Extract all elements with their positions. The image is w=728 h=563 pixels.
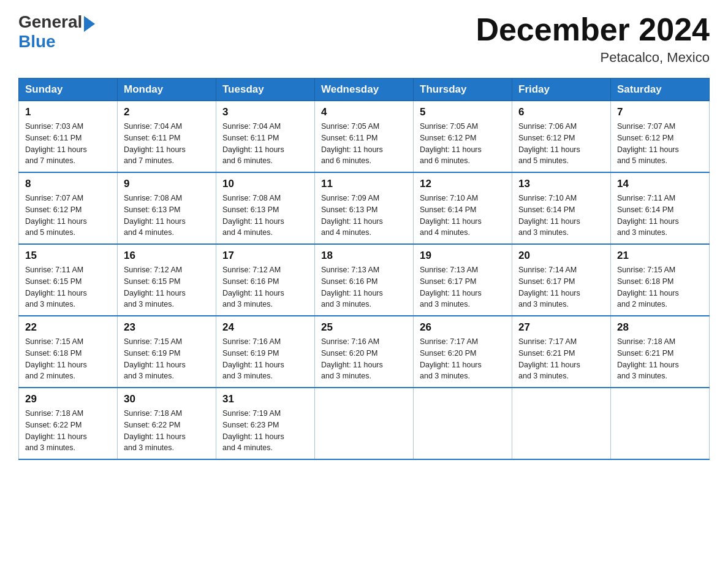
day-number: 23 xyxy=(124,321,210,334)
day-cell: 26 Sunrise: 7:17 AMSunset: 6:20 PMDaylig… xyxy=(414,316,512,388)
calendar-body: 1 Sunrise: 7:03 AMSunset: 6:11 PMDayligh… xyxy=(19,101,710,460)
day-cell: 7 Sunrise: 7:07 AMSunset: 6:12 PMDayligh… xyxy=(611,101,710,173)
week-row-1: 1 Sunrise: 7:03 AMSunset: 6:11 PMDayligh… xyxy=(19,101,710,173)
day-cell: 21 Sunrise: 7:15 AMSunset: 6:18 PMDaylig… xyxy=(611,244,710,316)
day-cell: 18 Sunrise: 7:13 AMSunset: 6:16 PMDaylig… xyxy=(315,244,414,316)
day-info: Sunrise: 7:18 AMSunset: 6:22 PMDaylight:… xyxy=(124,408,210,454)
day-number: 7 xyxy=(617,106,703,118)
day-number: 27 xyxy=(518,321,604,334)
day-info: Sunrise: 7:08 AMSunset: 6:13 PMDaylight:… xyxy=(222,193,308,239)
week-row-4: 22 Sunrise: 7:15 AMSunset: 6:18 PMDaylig… xyxy=(19,316,710,388)
day-cell: 31 Sunrise: 7:19 AMSunset: 6:23 PMDaylig… xyxy=(216,388,315,459)
day-number: 11 xyxy=(321,178,407,190)
day-cell: 22 Sunrise: 7:15 AMSunset: 6:18 PMDaylig… xyxy=(19,316,118,388)
day-info: Sunrise: 7:14 AMSunset: 6:17 PMDaylight:… xyxy=(518,264,604,310)
day-number: 21 xyxy=(617,250,703,262)
day-info: Sunrise: 7:05 AMSunset: 6:11 PMDaylight:… xyxy=(321,121,407,167)
day-number: 22 xyxy=(25,321,111,334)
day-number: 14 xyxy=(617,178,703,190)
day-info: Sunrise: 7:19 AMSunset: 6:23 PMDaylight:… xyxy=(222,408,308,454)
day-info: Sunrise: 7:07 AMSunset: 6:12 PMDaylight:… xyxy=(617,121,703,167)
week-row-3: 15 Sunrise: 7:11 AMSunset: 6:15 PMDaylig… xyxy=(19,244,710,316)
week-row-5: 29 Sunrise: 7:18 AMSunset: 6:22 PMDaylig… xyxy=(19,388,710,459)
day-number: 9 xyxy=(124,178,210,190)
day-info: Sunrise: 7:15 AMSunset: 6:19 PMDaylight:… xyxy=(124,336,210,382)
header-row: SundayMondayTuesdayWednesdayThursdayFrid… xyxy=(19,79,710,101)
day-number: 6 xyxy=(518,106,604,118)
day-info: Sunrise: 7:12 AMSunset: 6:16 PMDaylight:… xyxy=(222,264,308,310)
day-cell xyxy=(611,388,710,459)
day-cell: 15 Sunrise: 7:11 AMSunset: 6:15 PMDaylig… xyxy=(19,244,118,316)
day-number: 25 xyxy=(321,321,407,334)
header-cell-thursday: Thursday xyxy=(414,79,512,101)
day-number: 26 xyxy=(420,321,506,334)
day-number: 19 xyxy=(420,250,506,262)
day-cell xyxy=(414,388,512,459)
day-info: Sunrise: 7:12 AMSunset: 6:15 PMDaylight:… xyxy=(124,264,210,310)
day-number: 15 xyxy=(25,250,111,262)
day-info: Sunrise: 7:13 AMSunset: 6:17 PMDaylight:… xyxy=(420,264,506,310)
day-cell: 1 Sunrise: 7:03 AMSunset: 6:11 PMDayligh… xyxy=(19,101,118,173)
day-info: Sunrise: 7:11 AMSunset: 6:14 PMDaylight:… xyxy=(617,193,703,239)
day-info: Sunrise: 7:11 AMSunset: 6:15 PMDaylight:… xyxy=(25,264,111,310)
day-cell: 4 Sunrise: 7:05 AMSunset: 6:11 PMDayligh… xyxy=(315,101,414,173)
day-cell: 16 Sunrise: 7:12 AMSunset: 6:15 PMDaylig… xyxy=(118,244,216,316)
day-info: Sunrise: 7:05 AMSunset: 6:12 PMDaylight:… xyxy=(420,121,506,167)
day-cell xyxy=(315,388,414,459)
calendar-title: December 2024 xyxy=(476,12,710,47)
day-number: 31 xyxy=(222,393,308,405)
day-number: 28 xyxy=(617,321,703,334)
day-info: Sunrise: 7:04 AMSunset: 6:11 PMDaylight:… xyxy=(124,121,210,167)
day-info: Sunrise: 7:04 AMSunset: 6:11 PMDaylight:… xyxy=(222,121,308,167)
day-cell xyxy=(512,388,611,459)
logo-icon: General Blue xyxy=(18,12,95,52)
day-number: 3 xyxy=(222,106,308,118)
day-number: 16 xyxy=(124,250,210,262)
header-cell-friday: Friday xyxy=(512,79,611,101)
day-info: Sunrise: 7:13 AMSunset: 6:16 PMDaylight:… xyxy=(321,264,407,310)
day-cell: 27 Sunrise: 7:17 AMSunset: 6:21 PMDaylig… xyxy=(512,316,611,388)
logo-general-text: General xyxy=(18,12,82,32)
day-info: Sunrise: 7:03 AMSunset: 6:11 PMDaylight:… xyxy=(25,121,111,167)
day-cell: 17 Sunrise: 7:12 AMSunset: 6:16 PMDaylig… xyxy=(216,244,315,316)
day-number: 5 xyxy=(420,106,506,118)
calendar-subtitle: Petacalco, Mexico xyxy=(476,50,710,66)
day-number: 1 xyxy=(25,106,111,118)
day-cell: 2 Sunrise: 7:04 AMSunset: 6:11 PMDayligh… xyxy=(118,101,216,173)
day-number: 12 xyxy=(420,178,506,190)
day-info: Sunrise: 7:08 AMSunset: 6:13 PMDaylight:… xyxy=(124,193,210,239)
day-info: Sunrise: 7:15 AMSunset: 6:18 PMDaylight:… xyxy=(25,336,111,382)
day-number: 13 xyxy=(518,178,604,190)
day-number: 24 xyxy=(222,321,308,334)
day-info: Sunrise: 7:07 AMSunset: 6:12 PMDaylight:… xyxy=(25,193,111,239)
day-cell: 9 Sunrise: 7:08 AMSunset: 6:13 PMDayligh… xyxy=(118,172,216,244)
logo-triangle-icon xyxy=(84,16,95,32)
day-cell: 12 Sunrise: 7:10 AMSunset: 6:14 PMDaylig… xyxy=(414,172,512,244)
day-info: Sunrise: 7:16 AMSunset: 6:20 PMDaylight:… xyxy=(321,336,407,382)
header-cell-wednesday: Wednesday xyxy=(315,79,414,101)
day-cell: 23 Sunrise: 7:15 AMSunset: 6:19 PMDaylig… xyxy=(118,316,216,388)
day-info: Sunrise: 7:17 AMSunset: 6:20 PMDaylight:… xyxy=(420,336,506,382)
day-cell: 6 Sunrise: 7:06 AMSunset: 6:12 PMDayligh… xyxy=(512,101,611,173)
day-cell: 10 Sunrise: 7:08 AMSunset: 6:13 PMDaylig… xyxy=(216,172,315,244)
day-cell: 5 Sunrise: 7:05 AMSunset: 6:12 PMDayligh… xyxy=(414,101,512,173)
day-cell: 3 Sunrise: 7:04 AMSunset: 6:11 PMDayligh… xyxy=(216,101,315,173)
day-number: 20 xyxy=(518,250,604,262)
day-cell: 11 Sunrise: 7:09 AMSunset: 6:13 PMDaylig… xyxy=(315,172,414,244)
day-number: 4 xyxy=(321,106,407,118)
day-info: Sunrise: 7:10 AMSunset: 6:14 PMDaylight:… xyxy=(420,193,506,239)
day-cell: 14 Sunrise: 7:11 AMSunset: 6:14 PMDaylig… xyxy=(611,172,710,244)
header-cell-saturday: Saturday xyxy=(611,79,710,101)
day-info: Sunrise: 7:06 AMSunset: 6:12 PMDaylight:… xyxy=(518,121,604,167)
week-row-2: 8 Sunrise: 7:07 AMSunset: 6:12 PMDayligh… xyxy=(19,172,710,244)
calendar-header: SundayMondayTuesdayWednesdayThursdayFrid… xyxy=(19,79,710,101)
day-info: Sunrise: 7:18 AMSunset: 6:21 PMDaylight:… xyxy=(617,336,703,382)
day-cell: 20 Sunrise: 7:14 AMSunset: 6:17 PMDaylig… xyxy=(512,244,611,316)
day-number: 30 xyxy=(124,393,210,405)
day-info: Sunrise: 7:17 AMSunset: 6:21 PMDaylight:… xyxy=(518,336,604,382)
header-cell-monday: Monday xyxy=(118,79,216,101)
day-cell: 28 Sunrise: 7:18 AMSunset: 6:21 PMDaylig… xyxy=(611,316,710,388)
day-cell: 24 Sunrise: 7:16 AMSunset: 6:19 PMDaylig… xyxy=(216,316,315,388)
day-cell: 29 Sunrise: 7:18 AMSunset: 6:22 PMDaylig… xyxy=(19,388,118,459)
logo: General Blue xyxy=(18,12,95,52)
